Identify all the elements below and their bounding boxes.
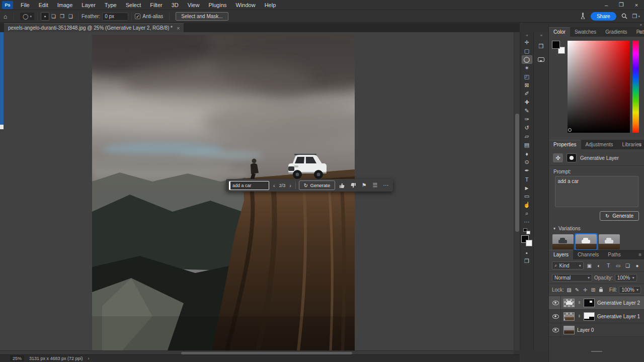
- kind-filter-dropdown[interactable]: ⌕ Kind ▾: [552, 261, 584, 269]
- path-select-tool[interactable]: ►: [522, 184, 532, 192]
- gradient-tool[interactable]: ▤: [522, 141, 532, 149]
- workspace-switcher[interactable]: ❐ ▾: [632, 13, 640, 20]
- screen-mode-button[interactable]: ❐: [522, 257, 532, 265]
- history-panel-icon[interactable]: ❒: [536, 41, 547, 51]
- default-colors-icon[interactable]: [523, 228, 530, 234]
- layers-scroll-grip[interactable]: [591, 351, 602, 352]
- menu-edit[interactable]: Edit: [34, 0, 53, 10]
- selection-mode-subtract[interactable]: ❐: [58, 12, 66, 21]
- blur-tool[interactable]: ♦: [522, 149, 532, 158]
- canvas-photo[interactable]: [92, 35, 355, 350]
- healing-brush-tool[interactable]: ✚: [522, 98, 532, 107]
- active-tool-preview[interactable]: ◯ ▾: [20, 13, 34, 20]
- layer-thumbnail[interactable]: [564, 326, 575, 334]
- saturation-brightness-field[interactable]: [568, 41, 630, 133]
- menu-filter[interactable]: Filter: [145, 0, 167, 10]
- canvas-horizontal-scrollbar[interactable]: [0, 350, 514, 354]
- feather-input[interactable]: [102, 13, 128, 21]
- eyedropper-tool[interactable]: ✐: [522, 89, 532, 98]
- restore-button[interactable]: ❐: [614, 0, 629, 10]
- layer-row-generative-layer-1[interactable]: ∞ Generative Layer 1: [549, 310, 644, 323]
- zoom-tool[interactable]: ⌕: [522, 209, 532, 218]
- brush-tool[interactable]: ✎: [522, 107, 532, 115]
- menu-type[interactable]: Type: [100, 0, 121, 10]
- search-icon[interactable]: [621, 13, 627, 20]
- rectangle-tool[interactable]: ▭: [522, 192, 532, 201]
- history-brush-tool[interactable]: ↺: [522, 124, 532, 132]
- zoom-level[interactable]: 25%: [10, 355, 24, 361]
- filter-adjustment-layers-icon[interactable]: ◐: [595, 263, 603, 268]
- filter-type-layers-icon[interactable]: T: [605, 263, 612, 268]
- visibility-toggle[interactable]: [551, 296, 561, 309]
- variation-3[interactable]: [599, 234, 620, 249]
- filter-shape-layers-icon[interactable]: ▭: [614, 263, 622, 268]
- quick-selection-tool[interactable]: ✶: [522, 64, 532, 72]
- color-swatches-fg-bg[interactable]: [552, 41, 565, 54]
- layer-row-layer-0[interactable]: Layer 0: [549, 323, 644, 337]
- more-options-icon[interactable]: ⋯: [382, 182, 390, 189]
- tab-adjustments[interactable]: Adjustments: [581, 140, 618, 149]
- layer-thumbnail[interactable]: [564, 299, 575, 307]
- layer-row-generative-layer-2[interactable]: ∞ Generative Layer 2: [549, 296, 644, 310]
- panel-menu-icon[interactable]: ≡: [638, 142, 641, 147]
- visibility-toggle[interactable]: [551, 310, 561, 323]
- home-icon[interactable]: ⌂: [0, 13, 11, 20]
- comments-panel-icon[interactable]: [536, 54, 547, 64]
- variation-2-selected[interactable]: [576, 234, 597, 249]
- lasso-tool[interactable]: ◯: [522, 55, 532, 64]
- previous-variation-button[interactable]: ‹: [272, 183, 276, 189]
- menu-3d[interactable]: 3D: [167, 0, 183, 10]
- visibility-toggle[interactable]: [551, 323, 561, 336]
- menu-image[interactable]: Image: [53, 0, 77, 10]
- tab-swatches[interactable]: Swatches: [570, 28, 601, 37]
- menu-file[interactable]: File: [16, 0, 34, 10]
- menu-view[interactable]: View: [183, 0, 204, 10]
- eraser-tool[interactable]: ▱: [522, 132, 532, 141]
- tab-properties[interactable]: Properties: [549, 140, 581, 149]
- generate-button-panel[interactable]: ↻ Generate: [600, 211, 639, 221]
- move-tool[interactable]: ✛: [522, 38, 532, 47]
- generate-button[interactable]: ↻ Generate: [299, 180, 336, 190]
- menu-help[interactable]: Help: [260, 0, 281, 10]
- menu-layer[interactable]: Layer: [77, 0, 100, 10]
- document-tab[interactable]: pexels-angelo-duranti-3512848.jpg @ 25% …: [4, 23, 184, 32]
- menu-select[interactable]: Select: [121, 0, 146, 10]
- pen-tool[interactable]: ✒: [522, 166, 532, 175]
- fill-dropdown[interactable]: 100% ▾: [619, 286, 641, 294]
- panel-menu-icon[interactable]: ≡: [638, 252, 641, 257]
- variations-header[interactable]: ▾ Variations: [549, 221, 644, 234]
- hand-tool[interactable]: ☝: [522, 201, 532, 209]
- lock-all-icon[interactable]: [598, 287, 604, 293]
- select-and-mask-button[interactable]: Select and Mask...: [176, 12, 228, 21]
- clone-stamp-tool[interactable]: ✑: [522, 115, 532, 124]
- selection-mode-intersect[interactable]: ❑: [66, 12, 75, 21]
- flag-icon[interactable]: ⚑: [360, 182, 368, 189]
- collapse-panels-icon[interactable]: »: [540, 33, 542, 38]
- share-button[interactable]: Share: [591, 12, 616, 21]
- tab-color[interactable]: Color: [549, 27, 570, 37]
- tab-channels[interactable]: Channels: [573, 250, 603, 259]
- next-variation-button[interactable]: ›: [288, 183, 292, 189]
- thumbs-down-icon[interactable]: [349, 183, 357, 189]
- canvas-vertical-scrollbar[interactable]: [514, 32, 520, 350]
- lock-transparency-icon[interactable]: ▨: [566, 287, 572, 293]
- beaker-icon[interactable]: [580, 13, 586, 20]
- status-chevron-icon[interactable]: ›: [88, 356, 90, 361]
- tab-layers[interactable]: Layers: [549, 250, 573, 259]
- selection-mode-new[interactable]: ▪: [41, 12, 49, 21]
- edit-toolbar-icon[interactable]: ⋯: [522, 218, 532, 226]
- type-tool[interactable]: T: [522, 175, 532, 184]
- filter-pixel-layers-icon[interactable]: ▣: [586, 263, 593, 268]
- minimize-button[interactable]: –: [599, 0, 614, 10]
- close-button[interactable]: ×: [629, 0, 644, 10]
- filter-toggle-icon[interactable]: ●: [633, 263, 641, 268]
- gen-prompt-input[interactable]: [229, 181, 269, 190]
- blend-mode-dropdown[interactable]: Normal ▾: [552, 274, 592, 282]
- tab-gradients[interactable]: Gradients: [601, 28, 631, 37]
- menu-window[interactable]: Window: [231, 0, 260, 10]
- lock-position-icon[interactable]: ✛: [582, 287, 588, 293]
- tab-paths[interactable]: Paths: [603, 250, 625, 259]
- lock-artboard-icon[interactable]: ⊞: [590, 287, 596, 293]
- settings-sliders-icon[interactable]: ☰: [371, 182, 379, 189]
- layer-mask-thumbnail[interactable]: [584, 312, 595, 321]
